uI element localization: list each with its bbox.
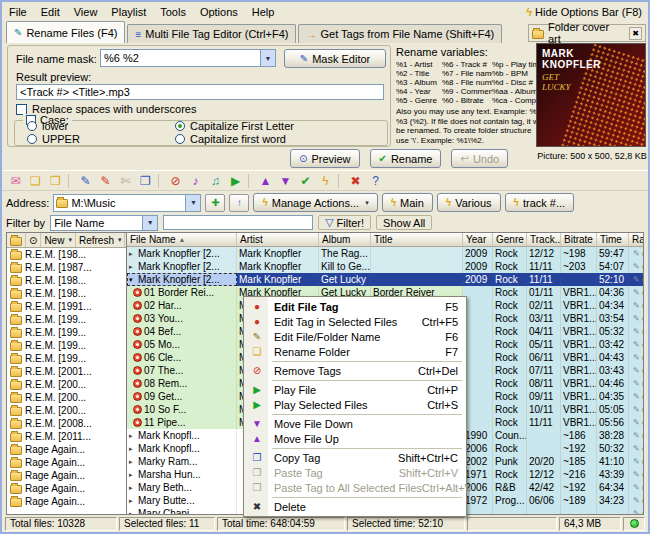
context-menu-item[interactable]: ✎ Edit File/Folder Name F6 — [246, 329, 464, 344]
folder-tree-item[interactable]: Rage Again... — [7, 443, 126, 456]
tag-edit-icon[interactable]: ✎ — [633, 301, 640, 310]
expand-icon[interactable]: ▸ — [129, 497, 138, 505]
folder-tree-item[interactable]: R.E.M. [1987... — [7, 261, 126, 274]
tag-ok-icon[interactable]: ◉ — [642, 444, 644, 453]
context-menu-item[interactable]: ❐ Copy Tag Shift+Ctrl+C — [246, 450, 464, 465]
tag-edit-icon[interactable]: ✎ — [633, 483, 640, 492]
column-header-genre[interactable]: Genre — [493, 233, 527, 247]
filter-input[interactable] — [163, 215, 313, 230]
action-track-button[interactable]: ϟ track #... — [505, 193, 574, 212]
tag-ok-icon[interactable]: ◉ — [642, 483, 644, 492]
case-radio-option[interactable]: Capitalize First Letter — [175, 119, 375, 132]
add-folder-button[interactable]: ✚ — [205, 194, 225, 212]
toolbar-separator[interactable] — [248, 174, 253, 188]
filter-button[interactable]: ▽ Filter! — [318, 215, 371, 230]
dropdown-icon[interactable]: ▼ — [142, 216, 157, 230]
column-header-bitrate[interactable]: Bitrate — [561, 233, 597, 247]
parent-folder-button[interactable]: ↑ — [229, 194, 249, 212]
folder-tree-item[interactable]: R.E.M. [198... — [7, 274, 126, 287]
menu-item[interactable]: Help — [245, 3, 282, 21]
refresh-button[interactable]: Refresh ▾ — [76, 233, 126, 247]
tag-edit-icon[interactable]: ✎ — [633, 275, 640, 284]
dropdown-icon[interactable]: ▼ — [185, 195, 200, 211]
close-icon[interactable]: ✖ — [629, 27, 642, 40]
folder-tree-item[interactable]: R.E.M. [2001... — [7, 365, 126, 378]
context-menu-item[interactable]: ❐ Paste Tag to All Selected Files Ctrl+A… — [246, 480, 464, 495]
folder-tree-item[interactable]: R.E.M. [199... — [7, 352, 126, 365]
tag-edit-icon[interactable]: ✎ — [633, 444, 640, 453]
tab[interactable]: → Get Tags from File Name (Shift+F4) — [298, 24, 502, 43]
checkbox-icon[interactable] — [16, 104, 27, 115]
show-all-button[interactable]: Show All — [376, 215, 432, 230]
open-folder-icon[interactable]: ❏ — [26, 172, 45, 190]
manage-actions-button[interactable]: ϟ Manage Actions... ▾ — [253, 193, 377, 212]
context-menu-item[interactable] — [246, 359, 464, 363]
expand-icon[interactable]: ▸ — [129, 432, 138, 440]
context-menu-item[interactable]: ⊘ Remove Tags Ctrl+Del — [246, 363, 464, 378]
tag-ok-icon[interactable]: ◉ — [642, 353, 644, 362]
tag-ok-icon[interactable]: ◉ — [642, 392, 644, 401]
tag-edit-icon[interactable]: ✎ — [633, 470, 640, 479]
tag-edit-icon[interactable]: ✎ — [633, 431, 640, 440]
tag-ok-icon[interactable]: ◉ — [642, 314, 644, 323]
expand-icon[interactable]: ▸ — [129, 445, 138, 453]
context-menu-item[interactable] — [246, 378, 464, 382]
move-down-icon[interactable]: ▼ — [276, 172, 295, 190]
tag-edit-icon[interactable]: ✎ — [633, 457, 640, 466]
folder-tree-item[interactable]: R.E.M. [200... — [7, 404, 126, 417]
folder-tree-item[interactable]: R.E.M. [1991... — [7, 300, 126, 313]
tag-edit-icon[interactable]: ✎ — [633, 314, 640, 323]
delete-icon[interactable]: ✖ — [346, 172, 365, 190]
tag-edit-icon[interactable]: ✎ — [633, 249, 640, 258]
copy-icon[interactable]: ❐ — [136, 172, 155, 190]
note-icon[interactable]: ♪ — [186, 172, 205, 190]
help-icon[interactable]: ? — [366, 172, 385, 190]
tag-ok-icon[interactable]: ◉ — [642, 288, 644, 297]
column-header-track[interactable]: Track... — [527, 233, 561, 247]
folder-tree-item[interactable]: R.E.M. [199... — [7, 326, 126, 339]
edit-filename-icon[interactable]: ✎ — [76, 172, 95, 190]
undo-button[interactable]: ↩ Undo — [451, 149, 508, 168]
menu-item[interactable]: View — [67, 3, 105, 21]
tag-edit-icon[interactable]: ✎ — [633, 496, 640, 505]
play-icon[interactable]: ▶ — [226, 172, 245, 190]
move-up-icon[interactable]: ▲ — [256, 172, 275, 190]
mail-icon[interactable]: ✉ — [6, 172, 25, 190]
address-combo[interactable]: M:\Music ▼ — [53, 194, 201, 212]
action-main-button[interactable]: ϟ Main — [382, 193, 433, 212]
expand-icon[interactable]: ▸ — [129, 263, 138, 271]
expand-icon[interactable]: ▸ — [129, 458, 138, 466]
tag-edit-icon[interactable]: ✎ — [633, 392, 640, 401]
context-menu-item[interactable]: ▶ Play Selected Files Ctrl+S — [246, 397, 464, 412]
context-menu-item[interactable] — [246, 412, 464, 416]
tag-ok-icon[interactable]: ◉ — [642, 340, 644, 349]
context-menu-item[interactable]: ▲ Move File Up — [246, 431, 464, 446]
tag-edit-icon[interactable]: ✎ — [633, 327, 640, 336]
folder-tree-item[interactable]: Rage Again... — [7, 469, 126, 482]
tag-edit-icon[interactable]: ✎ — [633, 418, 640, 427]
clock-icon[interactable]: ⊙ — [26, 233, 41, 247]
column-header-artist[interactable]: Artist — [237, 233, 319, 247]
tag-ok-icon[interactable]: ◉ — [642, 366, 644, 375]
menu-item[interactable]: File — [2, 3, 34, 21]
context-menu-item[interactable] — [246, 495, 464, 499]
folder-tree-item[interactable]: Rage Again... — [7, 456, 126, 469]
context-menu-item[interactable]: ● Edit File Tag F5 — [246, 299, 464, 314]
tag-ok-icon[interactable]: ◉ — [642, 327, 644, 336]
tag-ok-icon[interactable]: ◉ — [642, 470, 644, 479]
menu-item[interactable]: Options — [193, 3, 245, 21]
folder-tree-item[interactable]: Rage Again... — [7, 482, 126, 495]
case-radio-option[interactable]: lower — [27, 119, 175, 132]
dropdown-icon[interactable]: ▼ — [260, 50, 275, 66]
folder-tree-item[interactable]: R.E.M. [199... — [7, 339, 126, 352]
tag-ok-icon[interactable]: ◉ — [642, 301, 644, 310]
folder-tree-item[interactable]: R.E.M. [200... — [7, 378, 126, 391]
rename-button[interactable]: ✔ Rename — [370, 149, 442, 168]
context-menu-item[interactable]: ❏ Rename Folder F7 — [246, 344, 464, 359]
tag-ok-icon[interactable]: ◉ — [642, 262, 644, 271]
tag-edit-icon[interactable]: ✎ — [633, 353, 640, 362]
toolbar-separator[interactable] — [68, 174, 73, 188]
folder-tree-item[interactable]: R.E.M. [198... — [7, 248, 126, 261]
expand-icon[interactable]: ▸ — [129, 250, 138, 258]
folder-tree-item[interactable]: R.E.M. [200... — [7, 391, 126, 404]
